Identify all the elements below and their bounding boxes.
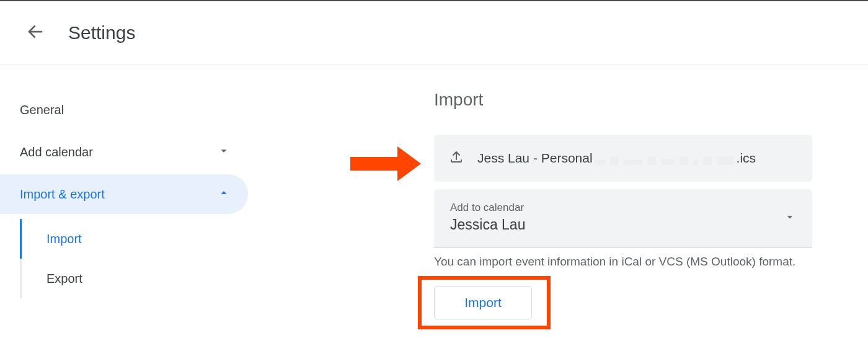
dropdown-value: Jessica Lau (450, 216, 797, 233)
section-title: Import (434, 90, 868, 110)
redacted-area (596, 151, 733, 165)
caret-down-icon (784, 211, 796, 226)
upload-icon (449, 149, 464, 167)
sidebar-sub-import[interactable]: Import (20, 219, 248, 259)
selected-file-name: Jess Lau - Personal .ics (477, 151, 756, 166)
sidebar-item-label: Add calendar (20, 145, 93, 159)
sidebar-sub-export[interactable]: Export (20, 259, 248, 298)
chevron-up-icon (217, 186, 231, 203)
chevron-down-icon (217, 144, 231, 161)
button-label: Import (464, 295, 502, 310)
settings-sidebar: General Add calendar Import & export Imp… (0, 65, 248, 329)
sidebar-item-label: Export (46, 272, 82, 286)
sidebar-item-add-calendar[interactable]: Add calendar (0, 132, 248, 172)
file-select-row[interactable]: Jess Lau - Personal .ics (434, 135, 812, 182)
main-content: Import Jess Lau - Personal (248, 65, 868, 329)
sidebar-item-label: Import (46, 232, 82, 246)
back-arrow-icon[interactable] (26, 22, 45, 43)
sidebar-item-general[interactable]: General (0, 90, 248, 130)
helper-text: You can import event information in iCal… (434, 255, 868, 269)
sidebar-subgroup-import-export: Import Export (0, 219, 248, 298)
sidebar-item-label: Import & export (20, 187, 105, 202)
sidebar-item-label: General (20, 103, 64, 117)
settings-header: Settings (0, 1, 868, 65)
add-to-calendar-dropdown[interactable]: Add to calendar Jessica Lau (434, 189, 812, 247)
sidebar-item-import-export[interactable]: Import & export (0, 174, 248, 214)
file-name-prefix: Jess Lau - Personal (477, 151, 593, 166)
import-button[interactable]: Import (434, 286, 532, 319)
file-name-suffix: .ics (737, 151, 756, 166)
dropdown-label: Add to calendar (450, 202, 797, 214)
annotation-highlight-box: Import (418, 276, 551, 329)
page-title: Settings (68, 22, 135, 43)
